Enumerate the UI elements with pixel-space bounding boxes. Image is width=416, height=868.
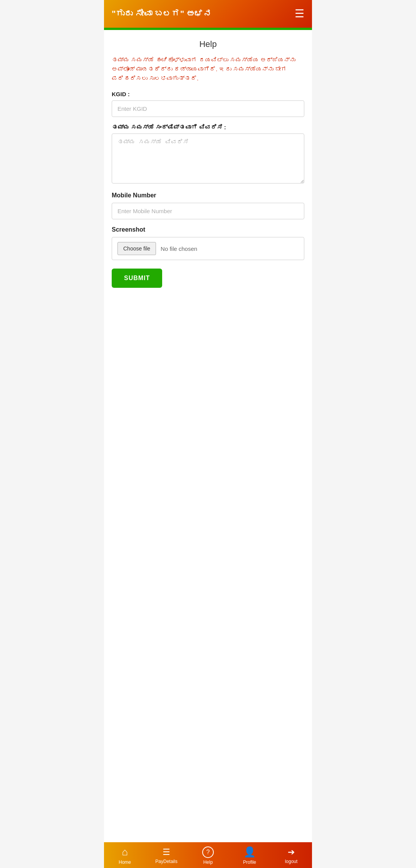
- file-input-wrapper: Choose file No file chosen: [112, 237, 304, 260]
- screenshot-label: Screenshot: [112, 226, 304, 233]
- help-icon: ?: [202, 846, 214, 858]
- mobile-label: Mobile Number: [112, 192, 304, 199]
- nav-item-paydetails[interactable]: ☰ PayDetails: [146, 847, 187, 864]
- home-icon: ⌂: [122, 846, 128, 858]
- profile-icon: 👤: [243, 846, 256, 858]
- nav-label-profile: Profile: [243, 860, 256, 865]
- nav-label-logout: logout: [285, 859, 298, 864]
- nav-label-help: Help: [203, 860, 213, 865]
- mobile-input[interactable]: [112, 203, 304, 219]
- header: "ಗುರು ಸೇವಾ ಬಲಗ" ಅಛನ ☰: [104, 0, 312, 28]
- nav-item-profile[interactable]: 👤 Profile: [229, 846, 270, 865]
- nav-label-paydetails: PayDetails: [155, 859, 177, 864]
- nav-item-logout[interactable]: ➔ logout: [270, 847, 312, 864]
- hamburger-icon[interactable]: ☰: [295, 8, 304, 19]
- nav-item-help[interactable]: ? Help: [187, 846, 229, 865]
- submit-button[interactable]: SUBMIT: [112, 269, 162, 288]
- main-content: Help ತಮ್ಮ ಸಮಸ್ಯೆ ಹಂಚಿಕೊಳ್ಳುವಾಗ ದಯವಿಟ್ಟು …: [104, 30, 312, 842]
- kgid-label: KGID :: [112, 91, 304, 97]
- header-title: "ಗುರು ಸೇವಾ ಬಲಗ" ಅಛನ: [112, 9, 212, 19]
- nav-label-home: Home: [119, 860, 131, 865]
- problem-label: ತಮ್ಮ ಸಮಸ್ಯೆ ಸಂಕ್ಷಿಪ್ತವಾಗಿ ವಿವರಿಸಿ :: [112, 124, 304, 130]
- paydetails-icon: ☰: [163, 847, 170, 857]
- kgid-input[interactable]: [112, 100, 304, 117]
- help-description: ತಮ್ಮ ಸಮಸ್ಯೆ ಹಂಚಿಕೊಳ್ಳುವಾಗ ದಯವಿಟ್ಟು ಸಮಸ್ಯ…: [112, 55, 304, 83]
- no-file-text: No file chosen: [161, 245, 197, 252]
- logout-icon: ➔: [288, 847, 295, 857]
- choose-file-button[interactable]: Choose file: [117, 242, 156, 255]
- problem-textarea[interactable]: [112, 134, 304, 184]
- nav-item-home[interactable]: ⌂ Home: [104, 846, 146, 865]
- bottom-nav: ⌂ Home ☰ PayDetails ? Help 👤 Profile ➔ l…: [104, 842, 312, 868]
- page-title: Help: [112, 39, 304, 49]
